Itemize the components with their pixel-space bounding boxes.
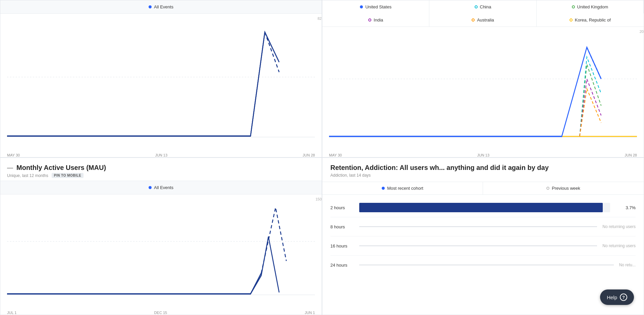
legend-us: United States <box>322 0 429 13</box>
top-right-chart-area: 20 MAY 30 JUN 13 JUN <box>322 27 644 157</box>
dot-china <box>475 5 478 8</box>
top-left-panel: All Events 82 MAY 30 JUN 13 JUN 28 <box>0 0 322 158</box>
pin-badge[interactable]: PIN TO MOBILE <box>52 173 84 178</box>
mau-events-dot <box>149 186 152 189</box>
row-label-2h: 2 hours <box>330 205 354 210</box>
top-left-header: All Events <box>0 0 322 14</box>
bar-8h <box>359 222 597 231</box>
help-label: Help <box>607 295 617 300</box>
bar-2h <box>359 203 610 212</box>
bar-line-24h <box>359 265 614 265</box>
prev-week-dot <box>546 187 549 190</box>
bottom-right-panel: Retention, Addiction: All users wh... an… <box>322 158 644 315</box>
dot-uk <box>572 5 575 8</box>
mau-all-events-header: All Events <box>0 181 322 194</box>
top-right-y-max: 20 <box>640 30 644 34</box>
dot-india <box>368 18 371 21</box>
x-label-jun13: JUN 13 <box>155 153 167 157</box>
bar-fill-2h <box>359 203 603 212</box>
bar-line-8h <box>359 226 597 227</box>
mau-y-max: 150 <box>316 197 322 201</box>
row-label-16h: 16 hours <box>330 243 354 249</box>
bar-16h <box>359 241 597 251</box>
bottom-left-panel: — Monthly Active Users (MAU) Unique, las… <box>0 158 322 315</box>
mau-x-jul1: JUL 1 <box>7 311 16 315</box>
retention-rows: 2 hours 3.7% 8 hours No returning users … <box>322 195 644 315</box>
legend-australia: Australia <box>429 13 536 27</box>
tr-x-label-jun28: JUN 28 <box>625 153 637 157</box>
retention-row-24h: 24 hours No retu... <box>330 256 636 274</box>
retention-title: Retention, Addiction: All users wh... an… <box>330 164 636 172</box>
retention-title-section: Retention, Addiction: All users wh... an… <box>322 158 644 180</box>
row-value-2h: 3.7% <box>615 205 636 210</box>
legend-china: China <box>429 0 536 13</box>
no-users-16h: No returning users <box>602 243 636 248</box>
help-icon: ? <box>620 294 627 301</box>
mau-subtitle: Unique, last 12 months PIN TO MOBILE <box>7 173 315 178</box>
mau-title: — Monthly Active Users (MAU) <box>7 164 315 172</box>
retention-row-2h: 2 hours 3.7% <box>330 198 636 217</box>
label-india: India <box>374 17 383 22</box>
top-left-title: All Events <box>154 4 173 9</box>
top-right-panel: United States China United Kingdom India… <box>322 0 644 158</box>
dashboard: All Events 82 MAY 30 JUN 13 JUN 28 <box>0 0 644 315</box>
label-australia: Australia <box>477 17 494 22</box>
mau-x-labels: JUL 1 DEC 15 JUN 1 <box>7 311 315 315</box>
help-button[interactable]: Help ? <box>600 289 634 305</box>
mau-title-text: Monthly Active Users (MAU) <box>16 164 106 172</box>
legend-korea: Korea, Republic of <box>537 13 644 27</box>
x-label-jun28: JUN 28 <box>303 153 315 157</box>
legend-india: India <box>322 13 429 27</box>
tab-most-recent[interactable]: Most recent cohort <box>322 182 483 194</box>
retention-tabs: Most recent cohort Previous week <box>322 182 644 195</box>
no-users-8h: No returning users <box>602 224 636 229</box>
dot-korea <box>570 18 573 21</box>
tab-previous-week[interactable]: Previous week <box>483 182 644 194</box>
top-right-svg <box>329 30 637 147</box>
retention-row-8h: 8 hours No returning users <box>330 217 636 236</box>
mau-chart-area: 150 JUL 1 DEC 15 JUN 1 <box>0 194 322 315</box>
prev-week-label: Previous week <box>552 186 580 191</box>
dot-australia <box>472 18 475 21</box>
tr-x-label-jun13: JUN 13 <box>477 153 489 157</box>
mau-svg <box>7 198 315 305</box>
label-china: China <box>480 4 491 9</box>
top-left-svg <box>7 17 315 147</box>
label-uk: United Kingdom <box>577 4 608 9</box>
top-left-chart-area: 82 MAY 30 JUN 13 JUN 28 <box>0 14 322 157</box>
dash-icon: — <box>7 164 13 171</box>
retention-row-16h: 16 hours No returning users <box>330 236 636 256</box>
no-users-24h: No retu... <box>619 263 636 267</box>
dot-us <box>360 5 363 8</box>
row-label-8h: 8 hours <box>330 224 354 229</box>
mau-all-events-label: All Events <box>154 185 173 190</box>
top-right-legend: United States China United Kingdom India… <box>322 0 644 27</box>
label-korea: Korea, Republic of <box>575 17 611 22</box>
mau-title-section: — Monthly Active Users (MAU) Unique, las… <box>0 158 322 181</box>
legend-uk: United Kingdom <box>537 0 644 13</box>
bar-line-16h <box>359 245 597 246</box>
x-label-may30: MAY 30 <box>7 153 20 157</box>
most-recent-dot <box>382 187 385 190</box>
most-recent-label: Most recent cohort <box>387 186 423 191</box>
mau-subtitle-text: Unique, last 12 months <box>7 173 48 178</box>
top-left-y-max: 82 <box>318 16 322 20</box>
top-left-x-labels: MAY 30 JUN 13 JUN 28 <box>7 153 315 157</box>
label-us: United States <box>365 4 391 9</box>
retention-subtitle: Addiction, last 14 days <box>330 173 636 178</box>
tr-x-label-may30: MAY 30 <box>329 153 342 157</box>
bar-24h <box>359 260 614 270</box>
top-right-x-labels: MAY 30 JUN 13 JUN 28 <box>329 153 637 157</box>
row-label-24h: 24 hours <box>330 263 354 268</box>
mau-x-dec15: DEC 15 <box>154 311 167 315</box>
all-events-dot <box>149 5 152 8</box>
mau-x-jun1: JUN 1 <box>305 311 315 315</box>
